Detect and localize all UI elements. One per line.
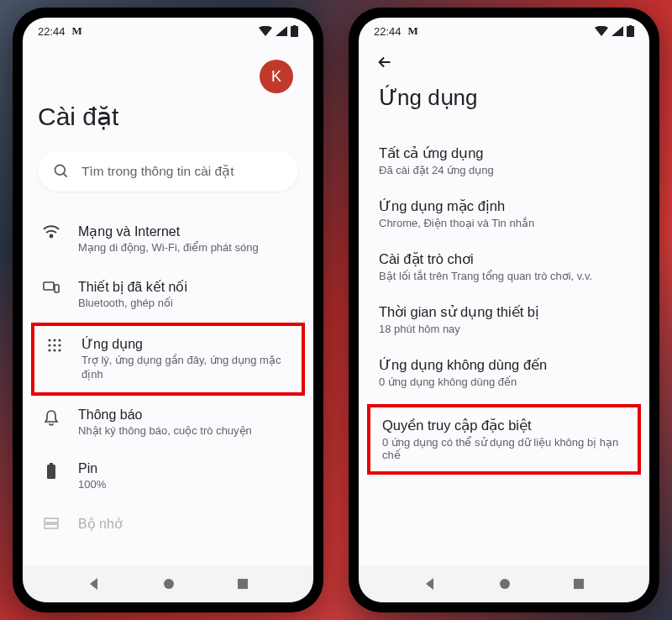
search-input[interactable]: Tìm trong thông tin cài đặt [38, 151, 298, 192]
settings-item-devices[interactable]: Thiết bị đã kết nối Bluetooth, ghép nối [38, 267, 298, 323]
nav-home[interactable] [498, 577, 512, 591]
item-title: Thông báo [78, 407, 295, 423]
apps-content: Ứng dụng Tất cả ứng dụng Đã cài đặt 24 ứ… [359, 41, 649, 565]
svg-rect-17 [47, 465, 55, 479]
svg-point-14 [53, 349, 55, 351]
item-sub: 0 ứng dụng có thể sử dụng dữ liệu không … [382, 436, 626, 461]
svg-point-20 [164, 579, 174, 589]
svg-point-4 [50, 235, 53, 238]
svg-rect-23 [629, 25, 632, 27]
screen-right: 22:44 M Ứng dụng Tất cả ứng dụng Đã cài … [359, 18, 649, 602]
svg-point-24 [500, 579, 510, 589]
storage-icon [41, 516, 61, 529]
settings-item-storage[interactable]: Bộ nhớ [38, 504, 298, 545]
svg-rect-19 [45, 524, 58, 528]
svg-rect-5 [44, 282, 54, 290]
item-title: Ứng dụng không dùng đến [379, 357, 629, 373]
svg-rect-22 [627, 26, 634, 37]
item-title: Tất cả ứng dụng [379, 145, 629, 161]
phone-right: 22:44 M Ứng dụng Tất cả ứng dụng Đã cài … [349, 8, 659, 612]
svg-point-11 [53, 344, 55, 346]
page-title: Ứng dụng [374, 85, 634, 111]
svg-rect-21 [238, 579, 248, 589]
battery-icon [627, 25, 634, 37]
item-title: Quyền truy cập đặc biệt [382, 418, 626, 433]
svg-point-7 [48, 339, 50, 341]
nav-bar [23, 565, 313, 602]
nav-home[interactable] [162, 577, 176, 591]
page-title: Cài đặt [38, 102, 298, 131]
item-sub: Chrome, Điện thoại và Tin nhắn [379, 217, 629, 229]
apps-item-all[interactable]: Tất cả ứng dụng Đã cài đặt 24 ứng dụng [374, 134, 634, 187]
nav-recent[interactable] [237, 578, 249, 590]
item-title: Thiết bị đã kết nối [78, 279, 295, 295]
item-sub: Nhật ký thông báo, cuộc trò chuyện [78, 424, 295, 439]
item-sub: 0 ứng dụng không dùng đến [379, 376, 629, 388]
nav-back[interactable] [87, 577, 101, 591]
nav-bar [359, 565, 649, 602]
item-sub: 100% [78, 478, 295, 492]
devices-icon [41, 279, 61, 294]
battery-icon [291, 25, 298, 37]
search-icon [53, 163, 70, 180]
svg-rect-18 [45, 518, 58, 523]
apps-item-default[interactable]: Ứng dụng mặc định Chrome, Điện thoại và … [374, 187, 634, 240]
highlight-apps: Ứng dụng Trợ lý, ứng dụng gần đây, ứng d… [31, 323, 305, 396]
avatar[interactable]: K [260, 60, 293, 93]
status-bar: 22:44 M [23, 18, 313, 41]
bell-icon [41, 407, 61, 426]
gmail-icon: M [72, 24, 82, 38]
gmail-icon: M [408, 24, 418, 38]
svg-rect-6 [55, 285, 59, 292]
svg-rect-0 [291, 26, 298, 37]
svg-point-13 [48, 349, 50, 351]
signal-icon [276, 26, 287, 36]
svg-rect-25 [574, 579, 584, 589]
screen-left: 22:44 M K Cài đặt Tìm trong thông tin cà… [23, 18, 313, 602]
item-title: Mạng và Internet [78, 223, 295, 239]
settings-item-battery[interactable]: Pin 100% [38, 449, 298, 504]
item-sub: 18 phút hôm nay [379, 323, 629, 335]
settings-item-network[interactable]: Mạng và Internet Mạng di động, Wi-Fi, đi… [38, 212, 298, 267]
svg-point-9 [58, 339, 60, 341]
item-sub: Trợ lý, ứng dụng gần đây, ứng dụng mặc đ… [81, 354, 291, 382]
settings-item-notifications[interactable]: Thông báo Nhật ký thông báo, cuộc trò ch… [38, 396, 298, 450]
wifi-icon [259, 26, 272, 36]
nav-recent[interactable] [573, 578, 585, 590]
apps-item-unused[interactable]: Ứng dụng không dùng đến 0 ứng dụng không… [374, 346, 634, 399]
svg-point-15 [58, 349, 60, 351]
status-time: 22:44 [374, 25, 402, 38]
search-placeholder: Tìm trong thông tin cài đặt [81, 164, 234, 179]
settings-item-apps[interactable]: Ứng dụng Trợ lý, ứng dụng gần đây, ứng d… [41, 334, 295, 384]
settings-content: K Cài đặt Tìm trong thông tin cài đặt Mạ… [23, 41, 313, 565]
apps-icon [45, 336, 65, 353]
svg-rect-1 [293, 25, 296, 27]
status-bar: 22:44 M [359, 18, 649, 41]
item-sub: Đã cài đặt 24 ứng dụng [379, 164, 629, 176]
highlight-special-access: Quyền truy cập đặc biệt 0 ứng dụng có th… [367, 404, 641, 475]
item-title: Bộ nhớ [78, 516, 295, 532]
svg-point-2 [55, 166, 66, 176]
status-time: 22:44 [38, 25, 66, 38]
item-sub: Bật lối tắt trên Trang tổng quan trò chơ… [379, 270, 629, 282]
svg-rect-16 [50, 463, 53, 465]
svg-point-12 [58, 344, 60, 346]
apps-item-screentime[interactable]: Thời gian sử dụng thiết bị 18 phút hôm n… [374, 293, 634, 346]
item-sub: Mạng di động, Wi-Fi, điểm phát sóng [78, 241, 295, 255]
signal-icon [612, 26, 623, 36]
battery-icon [41, 461, 61, 480]
back-button[interactable] [375, 53, 394, 75]
item-title: Ứng dụng [81, 336, 291, 352]
item-sub: Bluetooth, ghép nối [78, 297, 295, 311]
svg-point-10 [48, 344, 50, 346]
apps-item-special-access[interactable]: Quyền truy cập đặc biệt 0 ứng dụng có th… [377, 416, 631, 463]
nav-back[interactable] [423, 577, 437, 591]
wifi-icon [595, 26, 608, 36]
item-title: Ứng dụng mặc định [379, 198, 629, 214]
apps-item-games[interactable]: Cài đặt trò chơi Bật lối tắt trên Trang … [374, 240, 634, 293]
item-title: Thời gian sử dụng thiết bị [379, 304, 629, 320]
svg-line-3 [64, 174, 67, 177]
wifi-icon [41, 223, 61, 239]
svg-point-8 [53, 339, 55, 341]
phone-left: 22:44 M K Cài đặt Tìm trong thông tin cà… [13, 8, 323, 612]
